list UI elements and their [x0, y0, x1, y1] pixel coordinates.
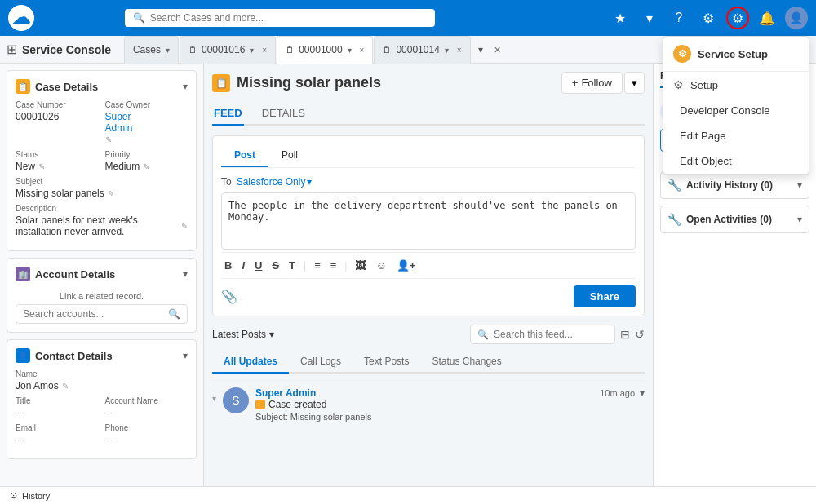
contact-name-group: Name Jon Amos ✎ — [16, 369, 188, 391]
notification-button[interactable]: 🔔 — [756, 7, 778, 29]
more-tabs[interactable]: ▾ — [472, 44, 490, 55]
latest-posts-arrow: ▾ — [269, 329, 274, 340]
priority-edit[interactable]: ✎ — [143, 162, 149, 171]
case00-arrow[interactable]: ▾ — [348, 46, 352, 55]
bottom-bar[interactable]: ⊙ History — [0, 486, 816, 504]
menu-item-developer[interactable]: Developer Console — [663, 98, 809, 123]
case-16-tab[interactable]: 🗒 00001016 ▾ × — [180, 36, 276, 64]
account-details-dropdown[interactable]: ▾ — [183, 268, 188, 280]
search-input[interactable] — [150, 12, 427, 24]
mention-button[interactable]: 👤+ — [393, 258, 419, 273]
update-tab-calls[interactable]: Call Logs — [289, 351, 353, 374]
case-details-card: 📋 Case Details ▾ Case Number 00001026 Ca… — [7, 70, 197, 251]
code-button[interactable]: T — [286, 258, 299, 273]
follow-plus-icon: + — [572, 77, 579, 89]
open-activities-header: 🔧 Open Activities (0) ▾ — [667, 213, 802, 226]
attach-icon[interactable]: 📎 — [221, 289, 237, 304]
grid-icon[interactable]: ⊞ — [7, 42, 17, 57]
close-all-tabs[interactable]: × — [490, 42, 506, 58]
account-search[interactable]: 🔍 — [16, 304, 188, 324]
latest-posts-label: Latest Posts — [212, 329, 266, 340]
post-action: Case created — [255, 399, 645, 410]
post-avatar: S — [223, 387, 249, 413]
contact-title-label: Title — [16, 396, 99, 405]
description-edit[interactable]: ✎ — [181, 222, 188, 231]
star-dropdown[interactable]: ▾ — [638, 7, 661, 29]
italic-button[interactable]: I — [238, 258, 248, 273]
feed-refresh-button[interactable]: ↺ — [635, 328, 645, 341]
tab-details[interactable]: DETAILS — [260, 102, 307, 126]
case-details-header: 📋 Case Details ▾ — [16, 79, 188, 94]
case-owner-value[interactable]: SuperAdmin — [105, 111, 188, 134]
to-value[interactable]: Salesforce Only ▾ — [237, 176, 313, 188]
follow-button[interactable]: + Follow — [561, 72, 623, 94]
post-textarea[interactable]: The people in the delivery department sh… — [221, 192, 636, 250]
cases-tab[interactable]: Cases ▾ — [124, 36, 179, 64]
post-tab-post[interactable]: Post — [221, 144, 268, 167]
post-content: Super Admin 10m ago ▾ Case created Subje… — [255, 387, 645, 422]
post-toolbar: B I U S T | ≡ ≡ | 🖼 ☺ 👤+ — [221, 252, 636, 279]
emoji-button[interactable]: ☺ — [372, 258, 389, 273]
status-edit[interactable]: ✎ — [38, 162, 45, 171]
update-tab-status[interactable]: Status Changes — [420, 351, 512, 374]
case14-close[interactable]: × — [457, 46, 462, 55]
subject-label: Subject — [16, 177, 188, 186]
numbered-list-button[interactable]: ≡ — [327, 258, 340, 273]
contact-details-title: 👤 Contact Details — [16, 348, 113, 363]
account-search-input[interactable] — [23, 308, 163, 320]
activity-history-label: Activity History (0) — [686, 179, 773, 191]
case-details-dropdown[interactable]: ▾ — [183, 81, 188, 92]
star-button[interactable]: ★ — [609, 7, 632, 29]
cases-tab-arrow[interactable]: ▾ — [166, 46, 170, 55]
help-button[interactable]: ? — [667, 7, 690, 29]
bold-button[interactable]: B — [221, 258, 235, 273]
share-button[interactable]: Share — [574, 285, 636, 307]
case16-close[interactable]: × — [262, 46, 267, 55]
case-number-group: Case Number 00001026 — [16, 100, 99, 145]
case00-close[interactable]: × — [360, 46, 365, 55]
contact-email-value: — — [16, 434, 99, 445]
gear-button-active[interactable]: ⚙ — [726, 7, 749, 29]
subject-edit[interactable]: ✎ — [108, 189, 114, 198]
post-author[interactable]: Super Admin — [255, 387, 316, 399]
tab-feed[interactable]: FEED — [212, 102, 244, 126]
underline-button[interactable]: U — [251, 258, 265, 273]
post-collapse-arrow[interactable]: ▾ — [212, 394, 216, 403]
update-tab-text[interactable]: Text Posts — [353, 351, 420, 374]
contact-details-dropdown[interactable]: ▾ — [183, 350, 188, 361]
follow-area: + Follow ▾ — [561, 72, 645, 94]
setup-button[interactable]: ⚙ — [697, 7, 720, 29]
image-button[interactable]: 🖼 — [352, 258, 369, 273]
update-tab-all[interactable]: All Updates — [212, 351, 289, 374]
latest-posts[interactable]: Latest Posts ▾ — [212, 329, 274, 340]
feed-search-input[interactable] — [494, 329, 608, 340]
user-avatar[interactable]: 👤 — [785, 7, 808, 29]
case-00-tab[interactable]: 🗒 00001000 ▾ × — [277, 36, 373, 64]
contact-phone-label: Phone — [105, 423, 188, 432]
follow-label: Follow — [581, 77, 612, 89]
follow-dropdown[interactable]: ▾ — [624, 72, 645, 94]
search-bar[interactable]: 🔍 — [125, 9, 435, 27]
feed-search[interactable]: 🔍 — [470, 325, 615, 344]
bullet-list-button[interactable]: ≡ — [311, 258, 324, 273]
post-dropdown[interactable]: ▾ — [640, 387, 645, 399]
activity-history-expand[interactable]: ▾ — [797, 179, 802, 191]
salesforce-logo[interactable]: ☁ — [8, 5, 34, 31]
case16-arrow[interactable]: ▾ — [250, 46, 254, 55]
description-value: Solar panels for next week's installatio… — [16, 214, 188, 237]
case-owner-edit[interactable]: ✎ — [105, 135, 112, 144]
menu-item-edit-page[interactable]: Edit Page — [663, 123, 809, 148]
contact-name-edit[interactable]: ✎ — [62, 382, 69, 391]
priority-value: Medium ✎ — [105, 161, 188, 172]
status-priority-row: Status New ✎ Priority Medium ✎ — [16, 150, 188, 172]
menu-item-setup[interactable]: ⚙ Setup — [663, 72, 809, 98]
strikethrough-button[interactable]: S — [268, 258, 282, 273]
left-panel: 📋 Case Details ▾ Case Number 00001026 Ca… — [0, 64, 204, 486]
open-activities-expand[interactable]: ▾ — [797, 214, 802, 225]
activity-history-icon: 🔧 — [667, 179, 681, 192]
post-tab-poll[interactable]: Poll — [268, 144, 311, 167]
menu-item-edit-object[interactable]: Edit Object — [663, 148, 809, 174]
case14-arrow[interactable]: ▾ — [445, 46, 449, 55]
case-14-tab[interactable]: 🗒 00001014 ▾ × — [374, 36, 470, 64]
feed-filter-button[interactable]: ⊟ — [620, 328, 630, 341]
